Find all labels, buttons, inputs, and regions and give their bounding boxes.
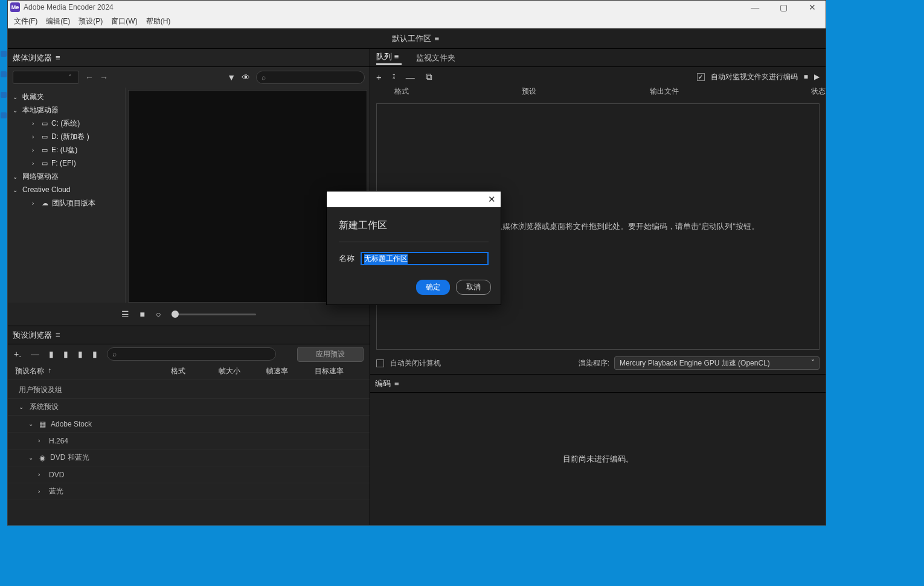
col-target-rate[interactable]: 目标速率 [315,366,362,376]
col-preset-name[interactable]: 预设名称 [15,366,44,376]
thumb-view-icon[interactable]: ■ [140,309,145,319]
minimize-icon[interactable]: — [742,1,768,14]
filter-icon[interactable]: ▼ [227,72,236,82]
preset-user-group[interactable]: 用户预设及组 [8,382,370,399]
auto-shutdown-checkbox[interactable]: ✓ [376,359,384,367]
app-badge-icon: Me [10,2,20,12]
preset-h264[interactable]: ›H.264 [8,433,370,449]
breadcrumb-dropdown[interactable]: ˇ [13,71,79,84]
new-preset-icon[interactable]: +. [14,349,21,359]
chevron-down-icon: ⌄ [13,94,19,100]
stock-icon: ▦ [39,420,46,428]
close-icon[interactable]: ✕ [799,1,826,14]
auto-encode-checkbox[interactable]: ✓ [697,73,705,81]
encode-status-message: 目前尚未进行编码。 [563,454,634,465]
workspace-label: 默认工作区 [392,33,431,44]
menu-file[interactable]: 文件(F) [14,16,37,27]
tab-label: 队列 [376,52,392,61]
nav-forward-icon[interactable]: → [100,72,108,82]
tree-label: C: (系统) [51,118,80,129]
encode-panel-header[interactable]: 编码 [370,375,826,393]
preset-bluray[interactable]: ›蓝光 [8,483,370,500]
search-input[interactable]: ⌕ [256,71,365,84]
chevron-right-icon: › [32,120,38,127]
chevron-down-icon: ⌄ [13,107,19,114]
play-icon[interactable]: ▶ [814,72,820,81]
list-view-icon[interactable]: ☰ [121,309,129,319]
col-frame-size[interactable]: 帧大小 [219,366,266,376]
menu-edit[interactable]: 编辑(E) [46,16,70,27]
tree-drive-c[interactable]: ›▭C: (系统) [8,117,125,130]
titlebar[interactable]: Me Adobe Media Encoder 2024 — ▢ ✕ [8,1,826,14]
nav-back-icon[interactable]: ← [85,72,94,82]
qcol-preset[interactable]: 预设 [522,86,649,101]
preset-dvd[interactable]: ›DVD [8,466,370,483]
tab-queue[interactable]: 队列 [376,51,402,65]
menu-preset[interactable]: 预设(P) [79,16,103,27]
apply-preset-button[interactable]: 应用预设 [297,347,364,362]
col-format[interactable]: 格式 [171,366,219,376]
drive-icon: ▭ [42,146,48,154]
chevron-down-icon: ˇ [812,359,814,367]
taskbar-icon [1,92,7,98]
settings-icon[interactable]: ⫱ [393,72,395,81]
workspace-menu-icon[interactable] [435,34,442,43]
delete-preset-icon[interactable]: — [31,349,39,359]
folder2-icon[interactable]: ▮ [63,349,68,359]
menu-window[interactable]: 窗口(W) [111,16,137,27]
stop-icon[interactable]: ■ [804,72,808,81]
tree-favorites[interactable]: ⌄收藏夹 [8,90,125,103]
ok-button[interactable]: 确定 [416,280,450,295]
panel-menu-icon[interactable] [394,379,402,388]
folder-icon[interactable]: ▮ [49,349,54,359]
tree-label: D: (新加卷 ) [51,132,89,142]
panel-menu-icon[interactable] [56,330,63,340]
taskbar-icon [1,51,7,57]
media-browser-header[interactable]: 媒体浏览器 [8,49,370,67]
add-source-icon[interactable]: + [376,72,382,82]
export-icon[interactable]: ▮ [92,349,97,359]
workspace-name-input[interactable] [361,252,489,265]
qcol-output[interactable]: 输出文件 [650,86,777,101]
panel-menu-icon[interactable] [56,53,63,62]
preset-adobe-stock[interactable]: ⌄▦Adobe Stock [8,416,370,433]
maximize-icon[interactable]: ▢ [771,1,797,14]
tree-drive-d[interactable]: ›▭D: (新加卷 ) [8,130,125,143]
col-frame-rate[interactable]: 帧速率 [266,366,314,376]
thumbnail-slider[interactable] [172,314,256,315]
remove-icon[interactable]: — [406,72,415,82]
qcol-format[interactable]: 格式 [394,86,522,101]
sort-asc-icon[interactable]: ↑ [48,366,51,376]
workspace-bar[interactable]: 默认工作区 [8,28,826,49]
cancel-button[interactable]: 取消 [456,280,491,295]
tree-drive-e[interactable]: ›▭E: (U盘) [8,143,125,156]
duplicate-icon[interactable]: ⧉ [426,71,432,82]
tree-network[interactable]: ⌄网络驱动器 [8,170,125,183]
preset-browser-header[interactable]: 预设浏览器 [8,326,370,344]
menu-help[interactable]: 帮助(H) [146,16,171,27]
encode-title: 编码 [375,378,391,389]
chevron-right-icon: › [32,134,38,140]
eye-icon[interactable]: 👁 [242,72,250,82]
tab-watch-folders[interactable]: 监视文件夹 [416,53,455,63]
name-label: 名称 [339,253,355,264]
tree-creative-cloud[interactable]: ⌄Creative Cloud [8,183,125,196]
tree-label: Creative Cloud [22,185,70,194]
chevron-right-icon: › [38,437,44,444]
tree-local-drives[interactable]: ⌄本地驱动器 [8,103,125,117]
chevron-right-icon: › [32,160,38,167]
preset-browser-title: 预设浏览器 [13,330,52,341]
dialog-close-icon[interactable]: ✕ [488,194,496,205]
tree-team-versions[interactable]: ›☁团队项目版本 [8,196,125,210]
panel-menu-icon[interactable] [394,52,402,61]
new-workspace-dialog: ✕ 新建工作区 名称 确定 取消 [326,191,501,305]
preset-system[interactable]: ⌄系统预设 [8,399,370,416]
renderer-select[interactable]: Mercury Playback Engine GPU 加速 (OpenCL) … [614,356,820,370]
qcol-status[interactable]: 状态 [777,86,826,101]
drive-icon: ▭ [42,133,48,141]
preset-dvd-bluray[interactable]: ⌄◉DVD 和蓝光 [8,449,370,466]
preset-search-input[interactable]: ⌕ [107,347,276,361]
preset-label: 系统预设 [30,402,59,412]
tree-drive-f[interactable]: ›▭F: (EFI) [8,156,125,170]
import-icon[interactable]: ▮ [78,349,83,359]
